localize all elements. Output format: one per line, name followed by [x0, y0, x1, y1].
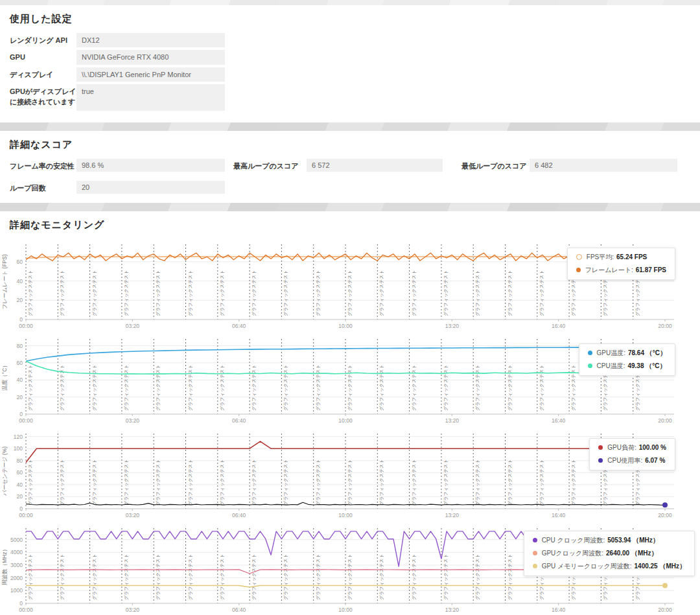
svg-text:16:40: 16:40	[552, 323, 566, 329]
svg-text:グラフィックステスト: グラフィックステスト	[60, 553, 65, 600]
score-value: 6 572	[307, 159, 443, 172]
legend-entry: GPU メモリークロック周波数:1400.25 （MHz）	[533, 562, 686, 571]
svg-text:1000: 1000	[10, 587, 23, 594]
section-divider-band	[0, 203, 700, 211]
svg-text:グラフィックステスト: グラフィックステスト	[60, 270, 65, 316]
svg-text:グラフィックステスト: グラフィックステスト	[475, 364, 480, 411]
section-divider-band	[0, 122, 700, 131]
svg-text:13:20: 13:20	[445, 323, 460, 329]
svg-text:03:20: 03:20	[126, 417, 140, 424]
svg-text:グラフィックステスト: グラフィックステスト	[316, 270, 321, 316]
legend-value: 2640.00 （MHz）	[606, 549, 657, 558]
svg-text:グラフィックステスト: グラフィックステスト	[188, 270, 193, 316]
svg-text:グラフィックステスト: グラフィックステスト	[571, 459, 576, 505]
legend-value: 100.00 %	[639, 444, 666, 451]
score-item: ループ回数20	[10, 181, 225, 194]
svg-text:グラフィックステスト: グラフィックステスト	[28, 459, 33, 505]
svg-text:グラフィックステスト: グラフィックステスト	[60, 459, 65, 505]
svg-text:40: 40	[17, 482, 23, 488]
legend-value: 6.07 %	[645, 457, 665, 464]
svg-text:グラフィックステスト: グラフィックステスト	[412, 270, 417, 316]
score-label: 最高ループのスコア	[233, 159, 307, 172]
svg-text:グラフィックステスト: グラフィックステスト	[539, 270, 544, 316]
svg-text:0: 0	[19, 411, 23, 417]
svg-text:グラフィックステスト: グラフィックステスト	[28, 270, 33, 316]
clock-chart: 010002000300040005000グラフィックステストグラフィックステス…	[0, 523, 700, 615]
svg-text:00:00: 00:00	[19, 323, 33, 329]
settings-section: 使用した設定 レンダリング APIDX12GPUNVIDIA GeForce R…	[0, 13, 700, 111]
svg-text:グラフィックステスト: グラフィックステスト	[379, 270, 384, 316]
legend-entry: CPU クロック周波数:5053.94 （MHz）	[533, 536, 686, 545]
svg-text:グラフィックステスト: グラフィックステスト	[188, 364, 193, 411]
legend-value: 49.38 （°C）	[627, 362, 666, 371]
legend-label: GPU負荷:	[607, 443, 636, 452]
legend-label: CPU使用率:	[607, 456, 642, 465]
legend-value: 61.87 FPS	[636, 266, 666, 273]
svg-text:80: 80	[17, 342, 23, 349]
setting-value: NVIDIA GeForce RTX 4080	[76, 50, 225, 64]
legend-entry: GPU温度:78.64 （°C）	[588, 349, 666, 358]
score-item: 最低ループのスコア6 482	[461, 159, 677, 172]
score-row: ループ回数20	[10, 181, 700, 194]
svg-text:グラフィックステスト: グラフィックステスト	[283, 364, 288, 411]
svg-text:0: 0	[19, 600, 23, 607]
svg-text:グラフィックステスト: グラフィックステスト	[475, 459, 480, 505]
svg-text:4000: 4000	[10, 549, 23, 555]
svg-text:00:00: 00:00	[19, 417, 33, 424]
svg-text:グラフィックステスト: グラフィックステスト	[508, 364, 513, 411]
svg-text:グラフィックステスト: グラフィックステスト	[156, 459, 161, 505]
legend-value: 1400.25 （MHz）	[635, 562, 686, 571]
svg-text:グラフィックステスト: グラフィックステスト	[251, 553, 257, 600]
setting-label: GPU	[10, 50, 76, 64]
svg-text:グラフィックステスト: グラフィックステスト	[571, 364, 576, 411]
svg-text:グラフィックステスト: グラフィックステスト	[347, 364, 353, 411]
svg-text:グラフィックステスト: グラフィックステスト	[220, 364, 225, 411]
svg-text:グラフィックステスト: グラフィックステスト	[443, 553, 449, 600]
svg-text:グラフィックステスト: グラフィックステスト	[539, 364, 544, 411]
legend-label: フレームレート:	[585, 266, 633, 275]
svg-text:40: 40	[17, 377, 23, 383]
svg-text:グラフィックステスト: グラフィックステスト	[508, 553, 513, 600]
svg-text:グラフィックステスト: グラフィックステスト	[347, 553, 353, 600]
load-chart: 020406080100120グラフィックステストグラフィックステストグラフィッ…	[0, 428, 700, 523]
setting-label: レンダリング API	[10, 33, 76, 47]
score-item: 最高ループのスコア6 572	[233, 159, 443, 172]
settings-list: レンダリング APIDX12GPUNVIDIA GeForce RTX 4080…	[0, 33, 700, 111]
legend-dot-icon	[576, 254, 582, 260]
svg-text:20: 20	[17, 297, 23, 303]
svg-text:グラフィックステスト: グラフィックステスト	[316, 553, 321, 600]
top-divider-band	[0, 0, 700, 5]
svg-text:10:00: 10:00	[338, 607, 353, 613]
legend-label: CPU温度:	[597, 362, 625, 371]
legend-label: GPU メモリークロック周波数:	[542, 562, 632, 571]
svg-text:13:20: 13:20	[445, 607, 460, 613]
score-section: 詳細なスコア フレーム率の安定性98.6 %最高ループのスコア6 572最低ルー…	[0, 139, 700, 194]
svg-text:0: 0	[19, 316, 23, 323]
svg-text:グラフィックステスト: グラフィックステスト	[283, 553, 288, 600]
setting-label: GPUがディスプレイに接続されています	[10, 84, 76, 111]
svg-text:グラフィックステスト: グラフィックステスト	[475, 270, 480, 316]
settings-title: 使用した設定	[10, 13, 700, 25]
score-item: フレーム率の安定性98.6 %	[10, 159, 225, 172]
setting-value: \\.\DISPLAY1 Generic PnP Monitor	[76, 67, 225, 82]
svg-text:20:00: 20:00	[658, 512, 672, 518]
svg-text:グラフィックステスト: グラフィックステスト	[475, 553, 480, 600]
legend-dot-icon	[533, 564, 537, 568]
svg-text:20:00: 20:00	[658, 607, 672, 613]
svg-text:グラフィックステスト: グラフィックステスト	[508, 459, 513, 505]
fps-chart: 0204060グラフィックステストグラフィックステストグラフィックステストグラフ…	[0, 239, 700, 334]
svg-text:10:00: 10:00	[338, 512, 353, 518]
svg-text:グラフィックステスト: グラフィックステスト	[379, 553, 384, 600]
svg-text:80: 80	[17, 458, 23, 464]
legend-dot-icon	[576, 268, 581, 272]
svg-text:グラフィックステスト: グラフィックステスト	[124, 270, 129, 316]
svg-text:5000: 5000	[10, 537, 23, 543]
setting-value: true	[76, 84, 225, 111]
legend-entry: CPU温度:49.38 （°C）	[588, 362, 666, 371]
legend-dot-icon	[588, 351, 592, 355]
svg-text:グラフィックステスト: グラフィックステスト	[443, 270, 449, 316]
svg-text:フレームレート (FPS): フレームレート (FPS)	[1, 254, 8, 309]
score-list: フレーム率の安定性98.6 %最高ループのスコア6 572最低ループのスコア6 …	[0, 159, 700, 194]
svg-text:60: 60	[17, 469, 23, 476]
svg-text:0: 0	[19, 505, 23, 512]
